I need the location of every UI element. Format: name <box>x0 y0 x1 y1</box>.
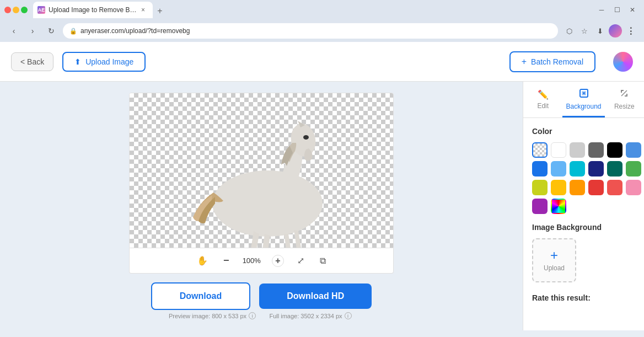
batch-label: Batch Removal <box>531 57 583 66</box>
rate-section: Rate this result: <box>532 293 635 302</box>
preview-info-icon: i <box>249 312 256 319</box>
back-button[interactable]: < Back <box>11 52 53 71</box>
canvas-area: ✋ − 100% + ⤢ ⧉ Download Download HD Prev… <box>0 82 523 330</box>
split-view-btn[interactable]: ⧉ <box>318 254 328 268</box>
color-pink[interactable] <box>626 180 641 195</box>
browser-right-actions: ⬡ ☆ ⬇ ⋮ <box>562 24 637 38</box>
upload-bg-label: Upload <box>544 264 565 272</box>
batch-icon: + <box>522 57 527 67</box>
tab-edit[interactable]: ✏️ Edit <box>523 82 562 117</box>
window-close-btn[interactable] <box>4 7 11 13</box>
color-rainbow[interactable] <box>551 199 566 214</box>
profile-btn[interactable] <box>609 24 622 38</box>
tab-resize[interactable]: Resize <box>605 82 644 117</box>
edit-label: Edit <box>537 102 549 110</box>
hand-tool-btn[interactable]: ✋ <box>195 253 210 268</box>
full-size-label: Full image: 3502 x 2334 px i <box>266 312 355 319</box>
full-info-icon: i <box>345 312 352 319</box>
color-darkgray[interactable] <box>588 142 604 158</box>
resize-icon <box>619 88 629 100</box>
color-section-title: Color <box>532 127 635 136</box>
color-blue-pastel[interactable] <box>626 142 641 158</box>
download-row: Download Download HD <box>151 282 372 310</box>
new-tab-btn[interactable]: + <box>153 4 167 18</box>
address-bar-row: ‹ › ↻ 🔒 anyeraser.com/upload/?td=removeb… <box>0 20 644 42</box>
user-avatar[interactable] <box>613 52 633 72</box>
color-teal[interactable] <box>570 161 585 176</box>
tabs-container: AE Upload Image to Remove Bg in... × + <box>33 2 335 18</box>
color-sky-blue[interactable] <box>551 161 566 176</box>
right-panel: ✏️ Edit Background <box>523 82 644 330</box>
download-button[interactable]: Download <box>151 282 250 310</box>
preview-labels: Preview image: 800 x 533 px i Full image… <box>168 312 355 319</box>
edit-icon: ✏️ <box>538 89 549 100</box>
background-label: Background <box>566 103 601 110</box>
color-navy[interactable] <box>588 161 604 176</box>
zoom-out-btn[interactable]: − <box>221 253 232 269</box>
address-bar[interactable]: 🔒 anyeraser.com/upload/?td=removebg <box>63 23 558 39</box>
back-btn[interactable]: ‹ <box>7 24 21 38</box>
batch-removal-btn[interactable]: + Batch Removal <box>509 51 595 72</box>
browser-maximize-btn[interactable]: ☐ <box>610 3 624 17</box>
image-bg-title: Image Background <box>532 223 635 232</box>
tab-title: Upload Image to Remove Bg in... <box>49 6 137 14</box>
color-transparent[interactable] <box>532 142 548 158</box>
zoom-in-btn[interactable]: + <box>272 255 284 267</box>
download-browser-btn[interactable]: ⬇ <box>593 24 607 38</box>
color-coral[interactable] <box>607 180 622 195</box>
main-content: ✋ − 100% + ⤢ ⧉ Download Download HD Prev… <box>0 82 644 330</box>
url-text: anyeraser.com/upload/?td=removebg <box>80 27 190 35</box>
upload-label: Upload Image <box>85 57 133 66</box>
color-orange[interactable] <box>570 180 585 195</box>
color-dark-green[interactable] <box>607 161 622 176</box>
panel-body: Color <box>523 118 644 330</box>
download-hd-button[interactable]: Download HD <box>259 283 372 309</box>
extensions-btn[interactable]: ⬡ <box>562 24 576 38</box>
lock-icon: 🔒 <box>69 28 77 35</box>
color-purple[interactable] <box>532 199 548 214</box>
svg-point-2 <box>303 135 309 140</box>
forward-btn[interactable]: › <box>25 24 40 38</box>
upload-icon: ⬆ <box>74 57 81 66</box>
window-minimize-btn[interactable] <box>13 7 19 13</box>
color-lightgray[interactable] <box>570 142 585 158</box>
active-tab[interactable]: AE Upload Image to Remove Bg in... × <box>33 2 153 18</box>
image-toolbar: ✋ − 100% + ⤢ ⧉ <box>129 248 394 274</box>
preview-size-label: Preview image: 800 x 533 px i <box>168 312 257 319</box>
upload-image-btn[interactable]: ⬆ Upload Image <box>62 52 146 72</box>
color-green[interactable] <box>626 161 641 176</box>
tab-close-btn[interactable]: × <box>140 6 146 14</box>
image-background-section: Image Background + Upload <box>532 223 635 282</box>
background-icon <box>579 88 589 100</box>
svg-point-0 <box>212 170 323 237</box>
image-canvas <box>129 93 394 248</box>
horse-image <box>163 110 361 248</box>
bookmark-btn[interactable]: ☆ <box>578 24 591 38</box>
app-header: < Back ⬆ Upload Image + Batch Removal <box>0 42 644 82</box>
fullscreen-btn[interactable]: ⤢ <box>295 253 307 268</box>
browser-minimize-btn[interactable]: ─ <box>594 3 609 17</box>
upload-plus-icon: + <box>550 249 558 262</box>
color-red[interactable] <box>588 180 604 195</box>
color-black[interactable] <box>607 142 622 158</box>
refresh-btn[interactable]: ↻ <box>44 24 58 38</box>
tab-background[interactable]: Background <box>562 82 604 117</box>
rate-title: Rate this result: <box>532 293 635 302</box>
color-lime[interactable] <box>532 180 548 195</box>
panel-tabs: ✏️ Edit Background <box>523 82 644 118</box>
tab-favicon: AE <box>37 6 45 14</box>
color-blue[interactable] <box>532 161 548 176</box>
upload-background-btn[interactable]: + Upload <box>532 238 576 282</box>
browser-chrome: AE Upload Image to Remove Bg in... × + ─… <box>0 0 644 20</box>
window-maximize-btn[interactable] <box>21 7 28 13</box>
zoom-level: 100% <box>243 256 261 265</box>
browser-close-btn[interactable]: ✕ <box>625 3 640 17</box>
resize-label: Resize <box>614 103 635 110</box>
color-white[interactable] <box>551 142 566 158</box>
menu-btn[interactable]: ⋮ <box>624 24 637 38</box>
color-grid <box>532 142 635 214</box>
app-container: < Back ⬆ Upload Image + Batch Removal <box>0 42 644 330</box>
color-yellow[interactable] <box>551 180 566 195</box>
